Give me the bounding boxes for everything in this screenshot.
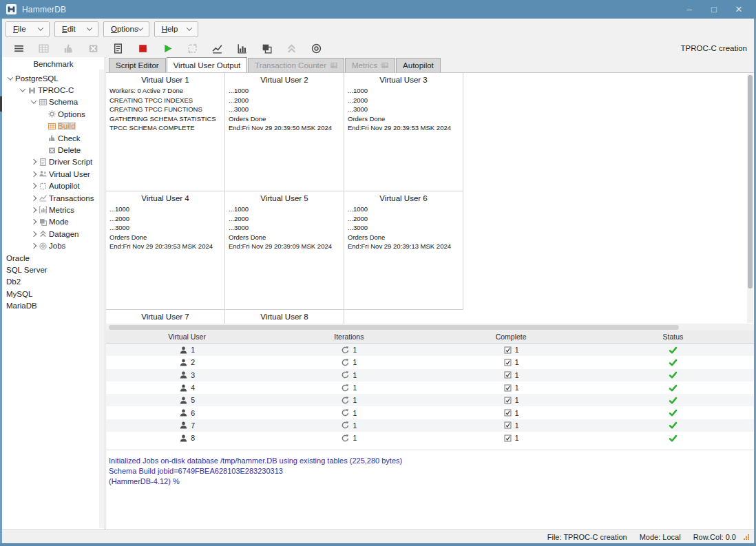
table-row-vu-5[interactable]: 511 (106, 394, 754, 406)
table-row-vu-8[interactable]: 811 (106, 432, 754, 444)
menu-label: File (13, 25, 26, 33)
tree-item-metrics[interactable]: Metrics (2, 204, 105, 216)
tree-item-jobs[interactable]: Jobs (2, 240, 105, 251)
chevron-down-icon[interactable] (6, 76, 14, 81)
vu-output-line: End:Fri Nov 29 20:39:09 MSK 2024 (225, 242, 344, 251)
chevron-down-icon (186, 25, 191, 30)
refresh-icon (341, 370, 350, 379)
console-output[interactable]: Initialized Jobs on-disk database /tmp/h… (106, 450, 754, 529)
cell-value: 1 (191, 346, 195, 354)
toolbar-button-menu[interactable] (6, 40, 31, 56)
chevron-right-icon[interactable] (30, 244, 38, 248)
table-row-vu-3[interactable]: 311 (106, 369, 754, 381)
tree-item-autopilot[interactable]: Autopilot (2, 180, 105, 192)
toolbar-button-script[interactable] (105, 40, 130, 56)
tab-script-editor[interactable]: Script Editor (109, 58, 166, 72)
table-row-vu-1[interactable]: 111 (106, 344, 754, 356)
gear-icon (48, 109, 56, 118)
vscroll-thumb[interactable] (748, 75, 753, 288)
cell-virtual-user: 3 (106, 370, 268, 379)
column-header-iterations[interactable]: Iterations (268, 333, 430, 341)
tree-item-label: MariaDB (6, 302, 37, 310)
vu-output-hscrollbar[interactable] (106, 324, 754, 330)
tree-item-sql-server[interactable]: SQL Server (2, 264, 105, 275)
tab-metrics[interactable]: Metrics (345, 58, 395, 72)
menu-file[interactable]: File (6, 21, 50, 37)
tree-item-options[interactable]: Options (2, 108, 105, 120)
chevron-right-icon[interactable] (30, 232, 38, 236)
table-row-vu-6[interactable]: 611 (106, 406, 754, 419)
tree-item-tproc-c[interactable]: TPROC-C (2, 84, 105, 96)
vu-panel-title: Virtual User 3 (344, 73, 463, 86)
autopilot-icon (39, 182, 48, 191)
menu-help[interactable]: Help (154, 21, 198, 37)
refresh-icon (341, 408, 350, 417)
tree-item-check[interactable]: Check (2, 132, 105, 144)
menu-edit[interactable]: Edit (54, 21, 98, 37)
column-header-virtual-user[interactable]: Virtual User (106, 333, 268, 341)
chevron-down-icon[interactable] (19, 88, 27, 92)
tab-autopilot[interactable]: Autopilot (396, 58, 441, 72)
toolbar-button-trend[interactable] (204, 40, 229, 56)
vu-output-line: End:Fri Nov 29 20:39:13 MSK 2024 (344, 242, 463, 251)
cell-status (592, 396, 754, 405)
chevron-down-icon[interactable] (30, 100, 38, 104)
tree-item-build[interactable]: Build (2, 120, 105, 132)
cell-value: 5 (191, 396, 195, 404)
chevron-right-icon[interactable] (30, 184, 38, 188)
person-icon (179, 358, 188, 367)
table-row-vu-2[interactable]: 211 (106, 356, 754, 368)
check-icon (669, 396, 678, 405)
toolbar-button-target[interactable] (304, 40, 328, 56)
cell-status (592, 434, 754, 443)
chevron-right-icon[interactable] (30, 220, 38, 224)
cell-value: 1 (353, 434, 357, 442)
chevron-right-icon[interactable] (30, 160, 38, 164)
chevron-right-icon[interactable] (30, 196, 38, 200)
tree-item-mysql[interactable]: MySQL (2, 288, 105, 300)
close-button[interactable]: ✕ (730, 3, 748, 17)
chevron-right-icon[interactable] (30, 172, 38, 176)
column-header-complete[interactable]: Complete (430, 333, 592, 341)
tab-transaction-counter[interactable]: Transaction Counter (248, 58, 344, 72)
tab-virtual-user-output[interactable]: Virtual User Output (167, 57, 248, 72)
table-row-vu-4[interactable]: 411 (106, 381, 754, 394)
tab-label: Autopilot (403, 61, 434, 70)
tree-item-schema[interactable]: Schema (2, 96, 105, 108)
virtual-user-table: Virtual UserIterationsCompleteStatus 111… (106, 330, 754, 445)
tree-item-oracle[interactable]: Oracle (2, 252, 105, 264)
tree-item-transactions[interactable]: Transactions (2, 192, 105, 204)
vu-panel-title: Virtual User 2 (225, 73, 344, 86)
table-icon (39, 98, 48, 107)
tree-item-delete[interactable]: Delete (2, 144, 105, 156)
checkbox-icon (503, 421, 512, 430)
tree-item-db2[interactable]: Db2 (2, 276, 105, 288)
column-header-status[interactable]: Status (592, 333, 754, 341)
toolbar-button-bar-chart[interactable] (229, 40, 254, 56)
toolbar-button-stop[interactable] (130, 40, 155, 56)
cell-value: 1 (353, 358, 357, 366)
toolbar-button-windows[interactable] (254, 40, 279, 56)
tree-item-mode[interactable]: Mode (2, 216, 105, 228)
cell-status (592, 421, 754, 430)
tree-item-postgresql[interactable]: PostgreSQL (2, 72, 105, 84)
title-bar[interactable]: HammerDB –□✕ (0, 0, 756, 19)
chevron-right-icon[interactable] (30, 208, 38, 212)
sidebar-scrollbar[interactable] (99, 70, 104, 528)
maximize-button[interactable]: □ (705, 3, 723, 17)
table-row-vu-7[interactable]: 711 (106, 419, 754, 432)
vu-output-vscrollbar[interactable] (747, 74, 753, 323)
tree-item-mariadb[interactable]: MariaDB (2, 300, 105, 311)
toolbar-button-run[interactable] (155, 40, 180, 56)
tree-item-driver-script[interactable]: Driver Script (2, 156, 105, 168)
hscroll-thumb[interactable] (109, 325, 679, 330)
tree-item-datagen[interactable]: Datagen (2, 228, 105, 240)
loop-icon (187, 43, 198, 54)
minimize-button[interactable]: – (680, 3, 698, 17)
check-icon (669, 346, 678, 355)
tree-item-label: TPROC-C (38, 86, 74, 94)
vu-panel-virtual-user-3: Virtual User 3...1000...2000...3000Order… (344, 73, 463, 191)
menu-options[interactable]: Options (103, 21, 149, 37)
resize-grip-icon[interactable] (742, 534, 750, 541)
tree-item-virtual-user[interactable]: Virtual User (2, 168, 105, 180)
